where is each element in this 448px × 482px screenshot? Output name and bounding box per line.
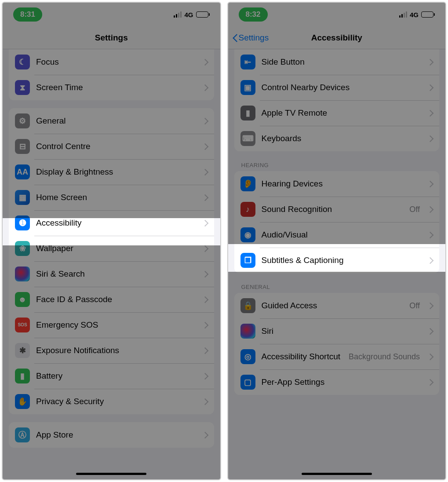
settings-group-2: ⚙General⊟Control CentreAADisplay & Brigh… bbox=[9, 108, 214, 414]
row-label: Wallpaper bbox=[36, 244, 197, 253]
chevron-left-icon bbox=[233, 33, 238, 42]
row-detail: Background Sounds bbox=[349, 352, 420, 362]
home-indicator[interactable] bbox=[302, 473, 372, 475]
row-privacy[interactable]: ✋Privacy & Security bbox=[9, 389, 214, 414]
hearing-group: 👂Hearing Devices♪Sound RecognitionOff◉Au… bbox=[234, 171, 440, 273]
row-detail: Off bbox=[409, 301, 420, 310]
wallpaper-icon: ❀ bbox=[15, 241, 30, 256]
row-detail: Off bbox=[409, 205, 420, 214]
chevron-right-icon bbox=[203, 270, 207, 278]
chevron-right-icon bbox=[428, 135, 432, 142]
physical-group: ⇤Side Button▣Control Nearby Devices▮Appl… bbox=[234, 49, 440, 151]
side-button-icon: ⇤ bbox=[240, 55, 255, 69]
row-siri[interactable]: Siri & Search bbox=[9, 261, 214, 287]
row-hearing-devices[interactable]: 👂Hearing Devices bbox=[234, 171, 440, 197]
row-a11y-shortcut[interactable]: ◎Accessibility ShortcutBackground Sounds bbox=[234, 344, 440, 369]
row-wallpaper[interactable]: ❀Wallpaper bbox=[9, 236, 214, 261]
row-label: Apple TV Remote bbox=[262, 108, 422, 118]
row-exposure[interactable]: ✱Exposure Notifications bbox=[9, 338, 214, 363]
chevron-right-icon bbox=[203, 219, 207, 226]
battery-icon: 43 bbox=[196, 11, 210, 18]
accessibility-list[interactable]: ⇤Side Button▣Control Nearby Devices▮Appl… bbox=[228, 49, 446, 479]
row-screen-time[interactable]: ⧗Screen Time bbox=[9, 75, 214, 100]
privacy-icon: ✋ bbox=[15, 394, 30, 409]
audio-visual-icon: ◉ bbox=[240, 227, 255, 242]
row-control-nearby[interactable]: ▣Control Nearby Devices bbox=[234, 75, 440, 100]
row-apple-tv[interactable]: ▮Apple TV Remote bbox=[234, 100, 440, 126]
row-per-app[interactable]: ▢Per-App Settings bbox=[234, 369, 440, 395]
settings-group-3: ⒶApp Store bbox=[9, 422, 214, 448]
chevron-right-icon bbox=[428, 58, 432, 66]
chevron-right-icon bbox=[203, 347, 207, 354]
chevron-right-icon bbox=[203, 194, 207, 201]
chevron-right-icon bbox=[428, 231, 432, 238]
per-app-icon: ▢ bbox=[240, 375, 255, 390]
row-sos[interactable]: SOSEmergency SOS bbox=[9, 312, 214, 338]
row-faceid[interactable]: ☻Face ID & Passcode bbox=[9, 287, 214, 312]
general-header: GENERAL bbox=[241, 284, 433, 290]
row-label: Control Centre bbox=[36, 142, 197, 151]
subtitles-icon: ❐ bbox=[240, 253, 255, 268]
row-siri[interactable]: Siri bbox=[234, 318, 440, 344]
chevron-right-icon bbox=[203, 372, 207, 380]
signal-icon bbox=[174, 11, 182, 18]
row-side-button[interactable]: ⇤Side Button bbox=[234, 49, 440, 75]
chevron-right-icon bbox=[203, 168, 207, 175]
a11y-shortcut-icon: ◎ bbox=[240, 349, 255, 364]
app-store-icon: Ⓐ bbox=[15, 427, 30, 442]
nav-bar: Settings Accessibility bbox=[228, 26, 446, 49]
row-label: Sound Recognition bbox=[262, 204, 404, 214]
network-label: 4G bbox=[410, 11, 419, 18]
chevron-right-icon bbox=[428, 84, 432, 91]
chevron-right-icon bbox=[203, 143, 207, 150]
chevron-right-icon bbox=[203, 321, 207, 329]
chevron-right-icon bbox=[203, 58, 207, 66]
row-label: Focus bbox=[36, 57, 197, 67]
row-sound-recog[interactable]: ♪Sound RecognitionOff bbox=[234, 197, 440, 222]
guided-access-icon: 🔒 bbox=[240, 298, 255, 313]
general-icon: ⚙ bbox=[15, 113, 30, 128]
chevron-right-icon bbox=[428, 353, 432, 360]
settings-group-1: ☾Focus⧗Screen Time bbox=[9, 49, 214, 100]
sound-recog-icon: ♪ bbox=[240, 202, 255, 217]
faceid-icon: ☻ bbox=[15, 292, 30, 307]
chevron-right-icon bbox=[203, 245, 207, 252]
row-battery[interactable]: ▮Battery bbox=[9, 363, 214, 389]
row-guided-access[interactable]: 🔒Guided AccessOff bbox=[234, 293, 440, 318]
row-label: Home Screen bbox=[36, 193, 197, 202]
row-label: Accessibility bbox=[36, 218, 197, 228]
row-accessibility[interactable]: ➊Accessibility bbox=[9, 210, 214, 236]
row-keyboards[interactable]: ⌨Keyboards bbox=[234, 126, 440, 151]
row-app-store[interactable]: ⒶApp Store bbox=[9, 422, 214, 448]
settings-list[interactable]: ☾Focus⧗Screen Time ⚙General⊟Control Cent… bbox=[3, 49, 220, 479]
battery-icon: 43 bbox=[421, 11, 435, 18]
row-label: Subtitles & Captioning bbox=[262, 256, 422, 265]
control-nearby-icon: ▣ bbox=[240, 80, 255, 95]
siri-icon bbox=[15, 267, 30, 281]
row-label: General bbox=[36, 116, 197, 126]
status-time: 8:31 bbox=[13, 7, 42, 22]
row-label: Control Nearby Devices bbox=[262, 83, 422, 92]
row-audio-visual[interactable]: ◉Audio/Visual bbox=[234, 222, 440, 248]
chevron-right-icon bbox=[428, 379, 432, 386]
row-label: Guided Access bbox=[262, 301, 404, 310]
row-label: Face ID & Passcode bbox=[36, 295, 197, 304]
home-indicator[interactable] bbox=[76, 473, 146, 475]
row-display[interactable]: AADisplay & Brightness bbox=[9, 159, 214, 185]
row-subtitles[interactable]: ❐Subtitles & Captioning bbox=[234, 248, 440, 273]
chevron-right-icon bbox=[428, 257, 432, 264]
chevron-right-icon bbox=[428, 110, 432, 117]
row-home-screen[interactable]: ▦Home Screen bbox=[9, 185, 214, 210]
row-label: Hearing Devices bbox=[262, 179, 422, 189]
row-label: Siri & Search bbox=[36, 269, 197, 279]
page-title: Accessibility bbox=[311, 33, 362, 43]
back-button[interactable]: Settings bbox=[233, 33, 269, 43]
general-group: 🔒Guided AccessOffSiri◎Accessibility Shor… bbox=[234, 293, 440, 395]
row-label: Emergency SOS bbox=[36, 320, 197, 330]
row-focus[interactable]: ☾Focus bbox=[9, 49, 214, 75]
status-right: 4G 43 bbox=[399, 11, 435, 18]
row-control-centre[interactable]: ⊟Control Centre bbox=[9, 134, 214, 159]
row-general[interactable]: ⚙General bbox=[9, 108, 214, 134]
chevron-right-icon bbox=[203, 84, 207, 91]
row-label: Audio/Visual bbox=[262, 230, 422, 240]
